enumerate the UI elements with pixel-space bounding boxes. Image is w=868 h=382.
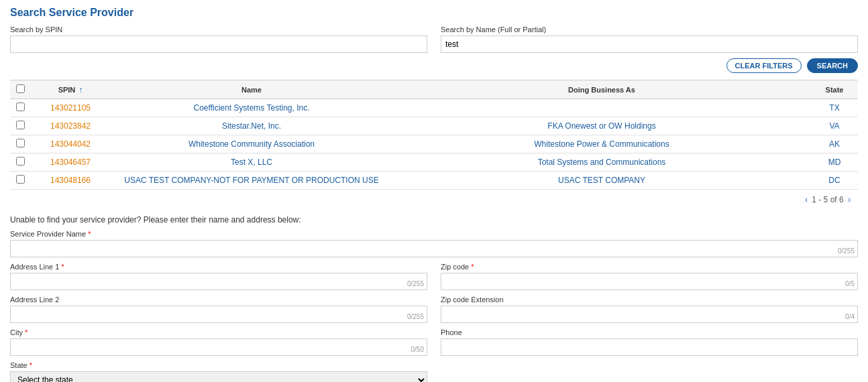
addr1-label: Address Line 1 * [10,263,427,271]
spin-link[interactable]: 143046457 [50,157,91,167]
row-checkbox[interactable] [16,157,25,166]
pagination: ‹ 1 - 5 of 6 › [10,192,858,207]
city-phone-row: City * 0/50 Phone [10,328,858,356]
state-cell: VA [811,117,858,135]
search-button[interactable]: SEARCH [807,58,858,73]
form-section: Unable to find your service provider? Pl… [10,215,858,382]
zip-group: Zip code * 0/5 [441,263,858,290]
state-cell: MD [811,153,858,172]
page-title: Search Service Provider [10,7,858,19]
spin-link[interactable]: 143044042 [50,139,91,149]
city-group: City * 0/50 [10,328,427,356]
zip-ext-input[interactable] [441,306,858,323]
select-all-header [10,80,30,99]
row-checkbox[interactable] [16,121,25,129]
name-link[interactable]: USAC TEST COMPANY-NOT FOR PAYMENT OR PRO… [124,176,378,185]
zip-charcount: 0/5 [845,280,855,288]
dba-link[interactable]: Whitestone Power & Communications [534,139,669,149]
state-cell: DC [811,172,858,190]
spin-link[interactable]: 143023842 [50,121,91,131]
zip-ext-group: Zip code Extension 0/4 [441,296,858,323]
addr1-input[interactable] [10,273,427,290]
table-row: 143048166 USAC TEST COMPANY-NOT FOR PAYM… [10,172,858,190]
state-select[interactable]: Select the state [10,371,427,382]
table-row: 143046457 Test X, LLC Total Systems and … [10,153,858,172]
dba-link[interactable]: USAC TEST COMPANY [558,176,645,185]
results-table: SPIN ↑ Name Doing Business As State 1430… [10,80,858,190]
table-row: 143021105 Coefficient Systems Testing, I… [10,99,858,117]
name-input[interactable] [441,36,858,53]
spin-sort-icon[interactable]: ↑ [78,85,83,94]
name-link[interactable]: Sitestar.Net, Inc. [222,121,281,131]
name-search-group: Search by Name (Full or Partial) [441,25,858,53]
state-group: State * Select the state [10,361,427,382]
sp-name-input[interactable] [10,240,858,257]
sp-name-group: Service Provider Name * 0/255 [10,230,858,257]
prev-page-button[interactable]: ‹ [805,195,808,204]
name-label: Search by Name (Full or Partial) [441,25,858,34]
spin-column-header[interactable]: SPIN ↑ [30,80,111,99]
select-all-checkbox[interactable] [16,84,25,93]
sp-name-label: Service Provider Name * [10,230,858,238]
addr2-group: Address Line 2 0/255 [10,296,427,323]
city-input[interactable] [10,338,427,356]
addr2-zipext-row: Address Line 2 0/255 Zip code Extension … [10,296,858,323]
row-checkbox[interactable] [16,103,25,111]
search-section: Search by SPIN Search by Name (Full or P… [10,25,858,53]
phone-label: Phone [441,328,858,336]
dba-link[interactable]: Total Systems and Communications [538,157,666,167]
spin-link[interactable]: 143021105 [50,103,91,113]
row-checkbox[interactable] [16,175,25,184]
zip-ext-label: Zip code Extension [441,296,858,304]
table-row: 143044042 Whitestone Community Associati… [10,135,858,153]
state-cell: AK [811,135,858,153]
pagination-text: 1 - 5 of 6 [812,195,843,204]
state-cell: TX [811,99,858,117]
state-row: State * Select the state [10,361,858,382]
sp-name-charcount: 0/255 [838,247,855,255]
name-link[interactable]: Whitestone Community Association [188,139,315,149]
next-page-button[interactable]: › [848,195,851,204]
zip-input[interactable] [441,273,858,290]
spin-link[interactable]: 143048166 [50,176,91,185]
dba-column-header: Doing Business As [392,80,811,99]
button-row: CLEAR FILTERS SEARCH [10,58,858,73]
zip-ext-charcount: 0/4 [845,313,855,320]
spin-label: Search by SPIN [10,25,427,34]
row-checkbox[interactable] [16,139,25,147]
addr2-label: Address Line 2 [10,296,427,304]
addr1-charcount: 0/255 [407,280,424,288]
state-column-header: State [811,80,858,99]
spin-search-group: Search by SPIN [10,25,427,53]
cannot-find-text: Unable to find your service provider? Pl… [10,215,858,225]
addr1-group: Address Line 1 * 0/255 [10,263,427,290]
table-row: 143023842 Sitestar.Net, Inc. FKA Onewest… [10,117,858,135]
name-link[interactable]: Test X, LLC [231,157,272,167]
zip-label: Zip code * [441,263,858,271]
phone-input[interactable] [441,338,858,356]
clear-filters-button[interactable]: CLEAR FILTERS [726,58,802,73]
phone-group: Phone [441,328,858,356]
name-column-header: Name [111,80,392,99]
city-label: City * [10,328,427,336]
sp-name-row: Service Provider Name * 0/255 [10,230,858,257]
city-charcount: 0/50 [411,346,424,353]
dba-link[interactable]: FKA Onewest or OW Holdings [547,121,655,131]
addr2-charcount: 0/255 [407,313,424,320]
addr2-input[interactable] [10,306,427,323]
spin-col-label: SPIN [58,86,76,94]
name-link[interactable]: Coefficient Systems Testing, Inc. [194,103,310,113]
addr1-zip-row: Address Line 1 * 0/255 Zip code * 0/5 [10,263,858,290]
spin-input[interactable] [10,36,427,53]
state-label: State * [10,361,427,369]
